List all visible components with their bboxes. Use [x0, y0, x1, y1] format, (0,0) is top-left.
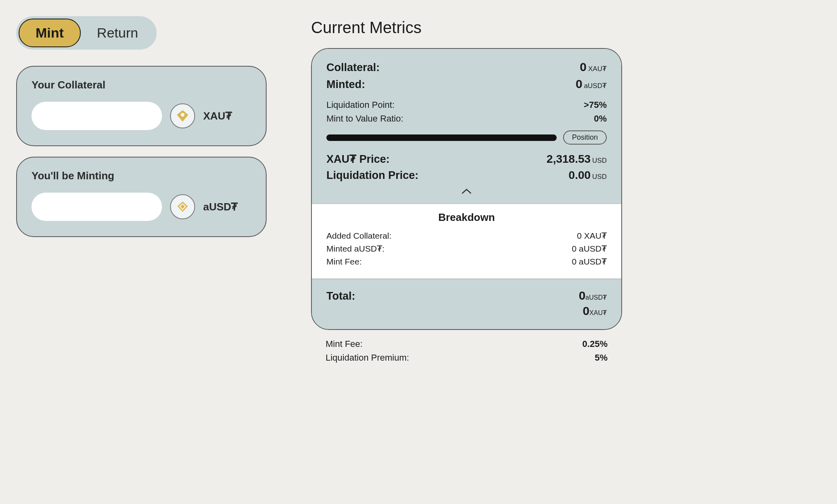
- metrics-title: Current Metrics: [311, 19, 622, 37]
- total-section: Total: 0aUSD₮ 0XAU₮: [312, 279, 621, 329]
- xaut-price-label: XAU₮ Price:: [326, 153, 390, 166]
- collateral-card-label: Your Collateral: [32, 79, 251, 91]
- position-progress-bar: [326, 134, 557, 141]
- minting-card: You'll be Minting aUSD₮: [16, 157, 267, 237]
- chevron-up-icon: [461, 188, 472, 195]
- total-unit-1: aUSD₮: [585, 294, 607, 301]
- footer-metrics: Mint Fee: 0.25% Liquidation Premium: 5%: [311, 330, 622, 363]
- liq-price-unit: USD: [592, 173, 607, 181]
- collateral-value: 0: [580, 60, 587, 74]
- total-unit-2: XAU₮: [589, 309, 607, 316]
- mint-return-tabs: Mint Return: [16, 16, 157, 50]
- collapse-toggle[interactable]: [326, 185, 607, 201]
- minting-card-label: You'll be Minting: [32, 170, 251, 182]
- position-badge[interactable]: Position: [563, 130, 607, 145]
- collateral-card: Your Collateral XAU₮: [16, 66, 267, 146]
- liq-point-value: >75%: [584, 100, 607, 110]
- added-collateral-label: Added Collateral:: [326, 231, 391, 241]
- mint-amount-input[interactable]: [32, 193, 162, 221]
- footer-liq-premium-label: Liquidation Premium:: [326, 353, 409, 363]
- minted-label: Minted:: [326, 78, 365, 91]
- footer-mint-fee-value: 0.25%: [583, 339, 608, 349]
- liq-price-label: Liquidation Price:: [326, 169, 418, 182]
- mtv-label: Mint to Value Ratio:: [326, 113, 403, 124]
- collateral-unit: XAU₮: [588, 65, 607, 73]
- xaut-token-icon: [170, 103, 195, 128]
- breakdown-title: Breakdown: [326, 211, 607, 224]
- collateral-label: Collateral:: [326, 61, 380, 74]
- xaut-price-value: 2,318.53: [547, 153, 591, 165]
- footer-liq-premium-value: 5%: [595, 353, 608, 363]
- added-collateral-value: 0 XAU₮: [577, 231, 607, 241]
- minted-value: 0: [576, 77, 583, 90]
- svg-point-1: [181, 113, 184, 117]
- collateral-amount-input[interactable]: [32, 102, 162, 130]
- mint-fee-breakdown-value: 0 aUSD₮: [572, 257, 607, 267]
- ausdt-token-icon: [170, 194, 195, 219]
- tab-return[interactable]: Return: [81, 19, 154, 47]
- total-label: Total:: [326, 290, 355, 302]
- metrics-card: Collateral: 0XAU₮ Minted: 0aUSD₮ Liquida…: [311, 48, 622, 330]
- breakdown-section: Breakdown Added Collateral: 0 XAU₮ Minte…: [312, 204, 621, 279]
- mint-token-label: aUSD₮: [203, 201, 238, 213]
- footer-mint-fee-label: Mint Fee:: [326, 339, 363, 349]
- liq-point-label: Liquidation Point:: [326, 100, 395, 110]
- minted-ausdt-value: 0 aUSD₮: [572, 244, 607, 254]
- tab-mint[interactable]: Mint: [19, 19, 81, 47]
- total-value-2: 0: [583, 304, 589, 317]
- total-value-1: 0: [579, 289, 586, 302]
- xaut-price-unit: USD: [592, 157, 607, 164]
- collateral-token-label: XAU₮: [203, 110, 232, 122]
- mint-fee-breakdown-label: Mint Fee:: [326, 257, 362, 267]
- minted-unit: aUSD₮: [584, 82, 607, 90]
- minted-ausdt-label: Minted aUSD₮:: [326, 244, 385, 254]
- mtv-value: 0%: [594, 113, 607, 124]
- liq-price-value: 0.00: [569, 169, 591, 181]
